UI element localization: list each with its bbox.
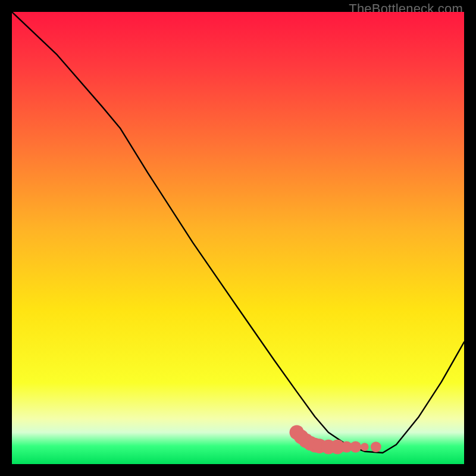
marker-dot — [361, 443, 369, 451]
gradient-rect — [12, 12, 464, 464]
bottleneck-chart — [12, 12, 464, 464]
chart-frame — [12, 12, 464, 464]
marker-dot — [350, 441, 361, 453]
marker-dot — [371, 441, 381, 452]
